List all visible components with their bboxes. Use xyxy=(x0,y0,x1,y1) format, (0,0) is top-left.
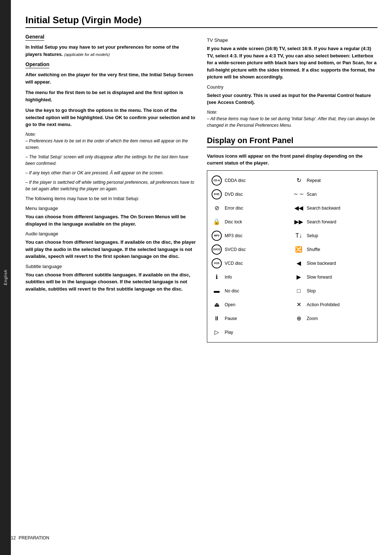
operation-para2: The menu for the first item to be set is… xyxy=(25,89,196,103)
menu-language-label: Menu language xyxy=(25,206,196,211)
icon-symbol: ～～ xyxy=(293,189,305,200)
note-label-2: Note: xyxy=(207,110,377,115)
display-panel-intro: Various icons will appear on the front p… xyxy=(207,153,377,167)
country-label: Country xyxy=(207,84,377,90)
icon-symbol: ⏏ xyxy=(211,299,222,311)
icon-row: 🔀Shuffle xyxy=(292,243,374,256)
icon-label: Search forward xyxy=(307,219,336,224)
footer: 12 PREPARATION xyxy=(11,535,49,540)
icon-row: DVDDVD disc xyxy=(210,187,292,201)
tv-shape-label: TV Shape xyxy=(207,37,377,43)
icon-symbol: □ xyxy=(293,285,305,297)
menu-language-para: You can choose from different languages.… xyxy=(25,213,196,227)
icon-row: ▶▶Search forward xyxy=(292,215,374,229)
icon-label: Search backward xyxy=(307,206,340,211)
icon-row: ◀Slow backward xyxy=(292,256,374,270)
country-para: Select your country. This is used as inp… xyxy=(207,92,377,106)
sidebar-language-label: English xyxy=(3,270,8,285)
operation-heading: Operation xyxy=(25,61,49,68)
icon-row: ⏸Pause xyxy=(210,312,292,325)
icon-label: Zoom xyxy=(307,316,318,321)
sidebar: English xyxy=(0,0,11,555)
icon-label: Shuffle xyxy=(307,247,320,252)
country-note-1: – All these items may have to be set dur… xyxy=(207,116,377,129)
icon-label: Action Prohibited xyxy=(307,302,340,307)
icon-row: MP3MP3 disc xyxy=(210,229,292,243)
icon-label: No disc xyxy=(225,288,239,293)
icon-symbol: VCD xyxy=(211,258,222,269)
icon-label: VCD disc xyxy=(225,261,243,266)
subtitle-language-label: Subtitle language xyxy=(25,264,196,269)
icon-row: VCDVCD disc xyxy=(210,256,292,270)
icon-row: 🔒Disc lock xyxy=(210,215,292,229)
icon-symbol: 🔀 xyxy=(293,244,305,255)
notes-list-1: – Preferences have to be set in the orde… xyxy=(25,138,196,192)
icon-row: ↻Repeat xyxy=(292,174,374,187)
icon-symbol: ⏸ xyxy=(211,313,222,324)
icon-row: □Stop xyxy=(292,284,374,298)
note-item-1: – Preferences have to be set in the orde… xyxy=(25,138,196,151)
icon-label: CDDA disc xyxy=(225,178,246,183)
icon-symbol: ◀ xyxy=(293,258,305,269)
setup-intro: The following items may have to be set i… xyxy=(25,195,196,202)
icon-row: ～～Scan xyxy=(292,187,374,201)
footer-section-label: PREPARATION xyxy=(19,535,49,540)
icon-row: ▷Play xyxy=(210,325,292,339)
icon-symbol: CD-A xyxy=(211,175,222,186)
icons-table: CD-ACDDA disc↻RepeatDVDDVD disc～～Scan⊘Er… xyxy=(207,170,377,343)
icon-symbol: SVCD xyxy=(211,244,222,255)
operation-para3: Use the keys to go through the options i… xyxy=(25,107,196,128)
main-content: Initial Setup (Virgin Mode) General In I… xyxy=(11,0,392,357)
audio-language-para: You can choose from different languages.… xyxy=(25,239,196,260)
icon-row: ℹInfo xyxy=(210,270,292,284)
icon-label: Info xyxy=(225,275,232,280)
icon-row: ⊕Zoom xyxy=(292,312,374,325)
icon-label: Slow forward xyxy=(307,275,332,280)
audio-language-label: Audio language xyxy=(25,231,196,236)
note-label-1: Note: xyxy=(25,132,196,137)
icon-row xyxy=(292,325,374,339)
icon-symbol: ▬ xyxy=(211,285,222,297)
note-item-2: – The 'Initial Setup' screen will only d… xyxy=(25,154,196,167)
tv-shape-para: If you have a wide screen (16:9) TV, sel… xyxy=(207,45,377,81)
note-item-4: – If the player is switched off while se… xyxy=(25,179,196,192)
icon-label: Slow backward xyxy=(307,261,336,266)
page-title: Initial Setup (Virgin Mode) xyxy=(25,15,377,28)
icon-row: ⊘Error disc xyxy=(210,201,292,215)
icon-label: DVD disc xyxy=(225,192,243,197)
icon-symbol: ▷ xyxy=(211,327,222,338)
icon-symbol: ◀◀ xyxy=(293,202,305,214)
display-panel-heading: Display on Front Panel xyxy=(207,136,377,147)
icon-label: Stop xyxy=(307,288,316,293)
icons-grid: CD-ACDDA disc↻RepeatDVDDVD disc～～Scan⊘Er… xyxy=(210,174,374,339)
icon-label: Pause xyxy=(225,316,237,321)
icon-row: T↓Setup xyxy=(292,229,374,243)
icon-label: Error disc xyxy=(225,206,243,211)
note-item-3: – If any keys other than or OK are press… xyxy=(25,170,196,176)
icon-symbol: ✕ xyxy=(293,299,305,311)
icon-label: Repeat xyxy=(307,178,321,183)
icon-label: MP3 disc xyxy=(225,233,242,238)
icon-row: ▶Slow forward xyxy=(292,270,374,284)
footer-page-number: 12 xyxy=(11,535,16,540)
left-column: General In Initial Setup you may have to… xyxy=(25,34,196,343)
icon-symbol: ℹ xyxy=(211,271,222,283)
icon-symbol: ▶▶ xyxy=(293,216,305,228)
subtitle-language-para: You can choose from different subtitle l… xyxy=(25,271,196,293)
icon-label: SVCD disc xyxy=(225,247,246,252)
icon-label: Open xyxy=(225,302,235,307)
icon-row: CD-ACDDA disc xyxy=(210,174,292,187)
general-para1: In Initial Setup you may have to set you… xyxy=(25,44,196,58)
icon-symbol: T↓ xyxy=(293,230,305,242)
icon-label: Disc lock xyxy=(225,219,242,224)
icon-symbol: ⊘ xyxy=(211,202,222,214)
icon-label: Scan xyxy=(307,192,317,197)
icon-row: ◀◀Search backward xyxy=(292,201,374,215)
icon-symbol: ⊕ xyxy=(293,313,305,324)
icon-row: SVCDSVCD disc xyxy=(210,243,292,256)
icon-symbol: DVD xyxy=(211,189,222,200)
icon-symbol: ↻ xyxy=(293,175,305,186)
icon-symbol: ▶ xyxy=(293,271,305,283)
icon-row: ⏏Open xyxy=(210,298,292,312)
icon-row: ▬No disc xyxy=(210,284,292,298)
